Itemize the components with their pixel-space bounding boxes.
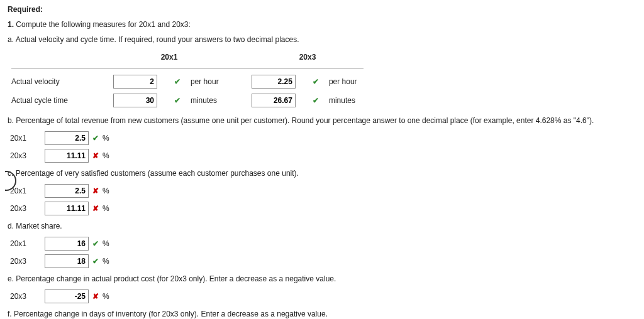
pct-label: %: [103, 239, 109, 248]
q1-number: 1.: [8, 20, 14, 29]
cross-icon: ✘: [90, 204, 101, 213]
label-velocity: Actual velocity: [8, 72, 109, 91]
year-label: 20x3: [8, 204, 45, 213]
cross-icon: ✘: [90, 292, 101, 301]
label-cycletime: Actual cycle time: [8, 91, 109, 110]
q1-text: Compute the following measures for 20x1 …: [16, 20, 191, 29]
input-e-20x3[interactable]: [45, 289, 89, 303]
year-label: 20x1: [8, 239, 45, 248]
input-velocity-20x1[interactable]: [113, 75, 157, 89]
cross-icon: ✘: [90, 187, 101, 195]
part-f-prompt: f. Percentage change in days of inventor…: [8, 310, 636, 318]
row-velocity: Actual velocity ✔ per hour ✔ per hour: [8, 72, 367, 91]
part-b-prompt: b. Percentage of total revenue from new …: [8, 116, 636, 125]
check-icon: ✔: [90, 134, 101, 143]
unit-perhour-1: per hour: [187, 72, 229, 91]
col-20x3: 20x3: [248, 50, 367, 64]
year-label: 20x1: [8, 134, 45, 143]
part-a-prompt: a. Actual velocity and cycle time. If re…: [8, 35, 636, 44]
row-cycletime: Actual cycle time ✔ minutes ✔ minutes: [8, 91, 367, 110]
e-row-20x3: 20x3 ✘ %: [8, 289, 636, 303]
required-heading: Required:: [8, 5, 636, 14]
input-d-20x1[interactable]: [45, 237, 89, 251]
pct-label: %: [103, 187, 109, 195]
check-icon: ✔: [170, 91, 187, 110]
b-row-20x3: 20x3 ✘ %: [8, 149, 636, 163]
pct-label: %: [103, 292, 109, 301]
input-c-20x1[interactable]: [45, 184, 89, 198]
check-icon: ✔: [170, 72, 187, 91]
input-c-20x3[interactable]: [45, 202, 89, 215]
c-row-20x1: 20x1 ✘ %: [8, 184, 636, 198]
pct-label: %: [103, 151, 109, 160]
check-icon: ✔: [309, 72, 325, 91]
unit-perhour-2: per hour: [325, 72, 367, 91]
year-label: 20x3: [8, 151, 45, 160]
input-b-20x3[interactable]: [45, 149, 89, 163]
cross-icon: ✘: [90, 151, 101, 160]
input-d-20x3[interactable]: [45, 254, 89, 268]
input-cycle-20x3[interactable]: [252, 94, 296, 107]
pct-label: %: [103, 134, 109, 143]
check-icon: ✔: [90, 257, 101, 266]
col-20x1: 20x1: [109, 50, 229, 64]
d-row-20x1: 20x1 ✔ %: [8, 237, 636, 251]
d-row-20x3: 20x3 ✔ %: [8, 254, 636, 268]
pct-label: %: [103, 257, 109, 266]
c-row-20x3: 20x3 ✘ %: [8, 202, 636, 215]
input-velocity-20x3[interactable]: [252, 75, 296, 89]
unit-min-2: minutes: [325, 91, 367, 110]
part-e-prompt: e. Percentage change in actual product c…: [8, 274, 636, 283]
part-a-table: 20x1 20x3 Actual velocity ✔ per hour ✔ p…: [8, 50, 367, 110]
input-cycle-20x1[interactable]: [113, 94, 157, 107]
year-label: 20x3: [8, 292, 45, 301]
year-label: 20x3: [8, 257, 45, 266]
unit-min-1: minutes: [187, 91, 229, 110]
check-icon: ✔: [90, 239, 101, 248]
b-row-20x1: 20x1 ✔ %: [8, 131, 636, 145]
check-icon: ✔: [309, 91, 325, 110]
part-d-prompt: d. Market share.: [8, 222, 636, 230]
part-c-prompt: c. Percentage of very satisfied customer…: [8, 169, 636, 178]
input-b-20x1[interactable]: [45, 131, 89, 145]
pct-label: %: [103, 204, 109, 213]
